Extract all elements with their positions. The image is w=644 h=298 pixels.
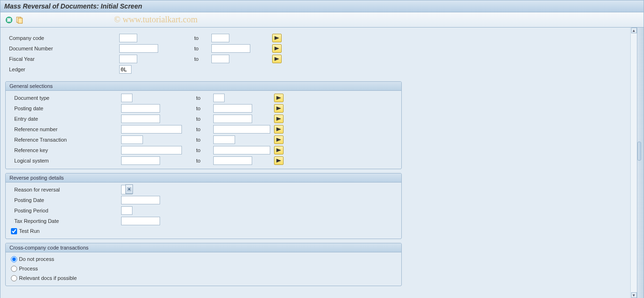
logical-system-high[interactable] <box>213 156 252 165</box>
multiselect-reference-transaction[interactable] <box>274 135 284 144</box>
document-number-low[interactable] <box>119 44 158 53</box>
group-title-cross: Cross-company code transactions <box>6 243 401 252</box>
radio-relevant-docs[interactable] <box>11 275 17 281</box>
posting-date-low[interactable] <box>121 104 160 113</box>
posting-date-input[interactable] <box>121 196 160 204</box>
label-reference-key: Reference key <box>9 147 121 153</box>
reference-number-high[interactable] <box>213 125 270 134</box>
label-posting-period: Posting Period <box>9 208 121 213</box>
entry-date-high[interactable] <box>213 115 252 123</box>
document-number-high[interactable] <box>211 44 250 53</box>
row-reference-number: Reference number to <box>9 124 398 135</box>
main-content: Company code to Document Number to <box>0 28 644 298</box>
row-posting-date-single: Posting Date <box>9 195 398 205</box>
page-title: Mass Reversal of Documents: Initial Scre… <box>0 0 644 12</box>
group-reverse-posting: Reverse posting details Reason for rever… <box>5 173 402 239</box>
scroll-down-icon[interactable]: ▼ <box>631 292 637 298</box>
variant-icon[interactable] <box>16 16 23 24</box>
row-test-run: Test Run <box>9 226 398 236</box>
group-cross-company: Cross-company code transactions Do not p… <box>5 243 402 286</box>
radio-do-not-process[interactable] <box>11 256 17 262</box>
page-title-text: Mass Reversal of Documents: Initial Scre… <box>4 2 142 10</box>
row-reason-reversal: Reason for reversal <box>9 184 398 195</box>
row-ledger: Ledger <box>8 64 622 75</box>
company-code-high[interactable] <box>211 34 229 42</box>
to-label: to <box>196 116 213 122</box>
multiselect-reference-number[interactable] <box>274 125 284 134</box>
row-tax-reporting-date: Tax Reporting Date <box>9 216 398 226</box>
group-title-reverse: Reverse posting details <box>6 173 401 183</box>
radio-process[interactable] <box>11 266 17 272</box>
scroll-grip[interactable] <box>637 142 641 161</box>
multiselect-document-type[interactable] <box>274 94 284 102</box>
entry-date-low[interactable] <box>121 115 160 123</box>
row-reference-key: Reference key to <box>9 145 398 155</box>
to-label: to <box>196 106 213 111</box>
label-company-code: Company code <box>8 35 119 41</box>
group-general-selections: General selections Document type to Post… <box>5 81 402 169</box>
label-reason-reversal: Reason for reversal <box>9 187 121 192</box>
app-toolbar <box>0 12 644 28</box>
to-label: to <box>196 95 213 101</box>
row-document-type: Document type to <box>9 93 398 103</box>
reference-number-low[interactable] <box>121 125 182 134</box>
posting-period-input[interactable] <box>121 206 133 215</box>
multiselect-logical-system[interactable] <box>274 156 284 165</box>
label-entry-date: Entry date <box>9 116 121 122</box>
to-label: to <box>196 147 213 153</box>
label-reference-number: Reference number <box>9 126 121 132</box>
label-document-number: Document Number <box>8 46 119 51</box>
svg-rect-4 <box>128 188 130 190</box>
label-reference-transaction: Reference Transaction <box>9 137 121 143</box>
ledger-input[interactable] <box>119 65 132 74</box>
label-document-type: Document type <box>9 95 121 101</box>
row-posting-period: Posting Period <box>9 205 398 216</box>
label-ledger: Ledger <box>8 67 119 72</box>
to-label: to <box>194 46 211 51</box>
to-label: to <box>194 56 211 62</box>
label-relevant-docs: Relevant docs if possible <box>19 275 77 281</box>
document-type-low[interactable] <box>121 94 133 102</box>
reference-key-low[interactable] <box>121 146 182 154</box>
multiselect-document-number[interactable] <box>272 44 282 53</box>
logical-system-low[interactable] <box>121 156 160 165</box>
reference-transaction-high[interactable] <box>213 135 235 144</box>
to-label: to <box>196 126 213 132</box>
row-posting-date: Posting date to <box>9 103 398 114</box>
multiselect-company-code[interactable] <box>272 34 282 42</box>
label-process: Process <box>19 266 38 271</box>
reference-key-high[interactable] <box>213 146 270 154</box>
vertical-scrollbar-outer[interactable] <box>637 28 644 298</box>
row-company-code: Company code to <box>8 33 622 43</box>
multiselect-reference-key[interactable] <box>274 146 284 154</box>
f4-help-icon[interactable] <box>125 184 133 194</box>
posting-date-high[interactable] <box>213 104 252 113</box>
group-title-general: General selections <box>6 82 401 91</box>
tax-reporting-date-input[interactable] <box>121 217 160 225</box>
label-posting-date-single: Posting Date <box>9 197 121 203</box>
scroll-up-icon[interactable]: ▲ <box>631 28 637 33</box>
multiselect-fiscal-year[interactable] <box>272 55 282 63</box>
label-logical-system: Logical system <box>9 158 121 163</box>
row-opt-relevant: Relevant docs if possible <box>9 273 398 283</box>
row-reference-transaction: Reference Transaction to <box>9 135 398 145</box>
row-fiscal-year: Fiscal Year to <box>8 54 622 64</box>
to-label: to <box>196 158 213 163</box>
row-opt-do-not-process: Do not process <box>9 254 398 264</box>
multiselect-entry-date[interactable] <box>274 115 284 123</box>
svg-rect-2 <box>18 18 22 23</box>
fiscal-year-low[interactable] <box>119 55 137 63</box>
row-opt-process: Process <box>9 264 398 273</box>
row-logical-system: Logical system to <box>9 155 398 166</box>
fiscal-year-high[interactable] <box>211 55 229 63</box>
reference-transaction-low[interactable] <box>121 135 143 144</box>
multiselect-posting-date[interactable] <box>274 104 284 113</box>
test-run-checkbox[interactable] <box>11 228 17 234</box>
label-do-not-process: Do not process <box>19 256 54 262</box>
vertical-scrollbar[interactable]: ▲ ▼ <box>630 28 637 298</box>
label-tax-reporting-date: Tax Reporting Date <box>9 218 121 224</box>
row-entry-date: Entry date to <box>9 114 398 124</box>
document-type-high[interactable] <box>213 94 225 102</box>
company-code-low[interactable] <box>119 34 137 42</box>
execute-icon[interactable] <box>5 16 13 24</box>
